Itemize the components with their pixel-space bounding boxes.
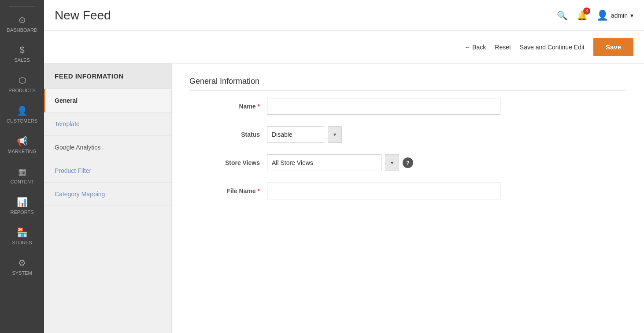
name-required-star: *: [258, 103, 260, 110]
notifications-icon[interactable]: 🔔 3: [577, 10, 588, 21]
marketing-icon: 📢: [17, 136, 28, 146]
content-area: FEED INFORMATION General Template Google…: [44, 64, 644, 333]
customers-icon: 👤: [17, 105, 28, 116]
products-icon: ⬡: [19, 75, 26, 86]
sidebar-item-label: DASHBOARD: [7, 27, 37, 33]
sidebar-item-reports[interactable]: 📊 REPORTS: [0, 191, 44, 221]
sidebar-item-products[interactable]: ⬡ PRODUCTS: [0, 69, 44, 99]
reports-icon: 📊: [17, 197, 28, 207]
sidebar-item-content[interactable]: ▦ CONTENT: [0, 160, 44, 191]
sidebar-item-label: REPORTS: [11, 210, 34, 215]
feed-info-header: FEED INFORMATION: [44, 64, 171, 89]
nav-item-category-mapping-label: Category Mapping: [55, 191, 105, 198]
chevron-down-icon: ▾: [630, 12, 633, 19]
nav-item-template[interactable]: Template: [44, 112, 171, 136]
nav-item-product-filter[interactable]: Product Filter: [44, 159, 171, 183]
sidebar-item-label: CONTENT: [10, 179, 33, 184]
sidebar: ⊙ DASHBOARD $ SALES ⬡ PRODUCTS 👤 CUSTOME…: [0, 0, 44, 333]
status-form-row: Status Disable Enable ▾: [189, 126, 626, 143]
search-icon[interactable]: 🔍: [557, 10, 568, 21]
sidebar-item-label: PRODUCTS: [8, 88, 36, 93]
sidebar-item-dashboard[interactable]: ⊙ DASHBOARD: [0, 8, 44, 39]
file-name-form-row: File Name*: [189, 183, 626, 199]
name-form-row: Name*: [189, 98, 626, 115]
save-continue-button[interactable]: Save and Continue Edit: [520, 44, 585, 51]
name-label: Name*: [189, 103, 260, 110]
admin-username: admin: [611, 12, 628, 19]
sidebar-item-marketing[interactable]: 📢 MARKETING: [0, 130, 44, 160]
nav-item-general[interactable]: General: [44, 89, 171, 112]
form-section-title: General Information: [189, 77, 626, 91]
sidebar-item-sales[interactable]: $ SALES: [0, 39, 44, 69]
nav-item-google-analytics-label: Google Analytics: [55, 144, 100, 151]
stores-icon: 🏪: [17, 227, 28, 238]
left-panel: FEED INFORMATION General Template Google…: [44, 64, 172, 333]
admin-user-menu[interactable]: 👤 admin ▾: [596, 10, 633, 21]
store-views-select[interactable]: All Store Views: [267, 154, 381, 171]
sidebar-item-label: SALES: [14, 57, 30, 63]
notification-badge: 3: [583, 7, 590, 15]
sidebar-item-label: MARKETING: [7, 149, 36, 154]
top-header: New Feed 🔍 🔔 3 👤 admin ▾: [44, 0, 644, 31]
sidebar-item-label: SYSTEM: [12, 270, 32, 276]
main-content: New Feed 🔍 🔔 3 👤 admin ▾ ← Back Reset Sa…: [44, 0, 644, 333]
file-name-label: File Name*: [189, 187, 260, 195]
header-actions: 🔍 🔔 3 👤 admin ▾: [557, 10, 633, 21]
nav-item-general-label: General: [55, 97, 78, 104]
name-input[interactable]: [267, 98, 500, 115]
sidebar-item-customers[interactable]: 👤 CUSTOMERS: [0, 99, 44, 130]
sidebar-item-stores[interactable]: 🏪 STORES: [0, 221, 44, 251]
nav-item-template-label: Template: [55, 120, 80, 127]
system-icon: ⚙: [18, 258, 26, 268]
status-select-wrapper: Disable Enable ▾: [267, 126, 342, 143]
save-button[interactable]: Save: [593, 38, 633, 56]
nav-item-category-mapping[interactable]: Category Mapping: [44, 183, 171, 206]
status-label: Status: [189, 131, 260, 138]
nav-item-product-filter-label: Product Filter: [55, 167, 91, 174]
reset-button[interactable]: Reset: [495, 44, 511, 51]
store-views-help-icon[interactable]: ?: [403, 157, 413, 168]
admin-avatar-icon: 👤: [596, 10, 608, 21]
sidebar-item-label: CUSTOMERS: [7, 118, 37, 123]
store-views-label: Store Views: [189, 159, 260, 166]
form-area: General Information Name* Status Disable…: [172, 64, 644, 333]
action-bar: ← Back Reset Save and Continue Edit Save: [44, 31, 644, 64]
back-button[interactable]: ← Back: [464, 44, 486, 51]
sidebar-item-system[interactable]: ⚙ SYSTEM: [0, 251, 44, 282]
file-name-required-star: *: [258, 187, 260, 195]
status-select[interactable]: Disable Enable: [267, 126, 324, 143]
dashboard-icon: ⊙: [19, 15, 26, 25]
file-name-input[interactable]: [267, 183, 500, 199]
store-views-select-arrow-icon[interactable]: ▾: [385, 154, 399, 171]
sidebar-item-label: STORES: [12, 240, 32, 245]
sidebar-divider-top: [9, 6, 35, 7]
store-views-select-wrapper: All Store Views ▾ ?: [267, 154, 413, 171]
status-select-arrow-icon[interactable]: ▾: [328, 126, 342, 143]
content-icon: ▦: [18, 166, 26, 177]
page-title: New Feed: [55, 8, 111, 22]
store-views-form-row: Store Views All Store Views ▾ ?: [189, 154, 626, 171]
nav-item-google-analytics[interactable]: Google Analytics: [44, 136, 171, 159]
sales-icon: $: [19, 45, 24, 55]
